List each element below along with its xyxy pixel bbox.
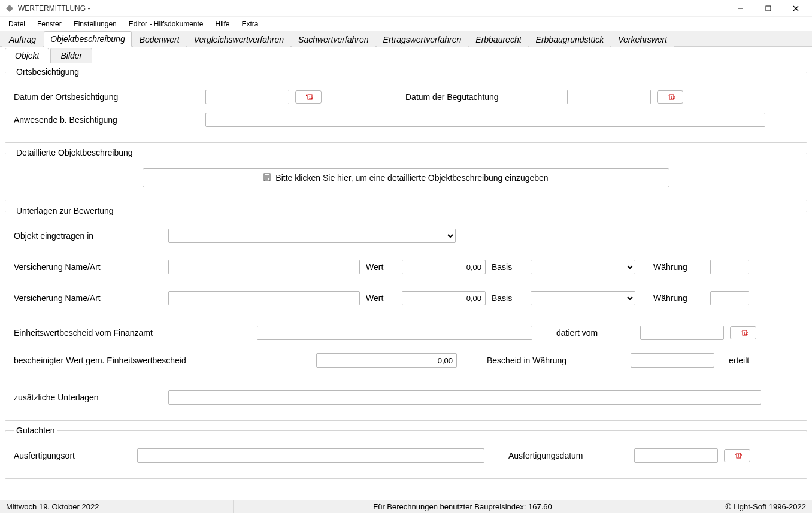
maximize-button[interactable] xyxy=(755,0,782,17)
menu-datei[interactable]: Datei xyxy=(2,18,31,30)
select-vers1-basis[interactable] xyxy=(531,260,635,274)
legend-unterlagen: Unterlagen zur Bewertung xyxy=(14,206,116,215)
tab-auftrag[interactable]: Auftrag xyxy=(2,32,43,47)
menu-einstellungen[interactable]: Einstellungen xyxy=(68,18,123,30)
status-baupreisindex: Für Berechnungen benutzter Baupreisindex… xyxy=(234,500,692,513)
button-detailbeschreibung[interactable]: Bitte klicken Sie hier, um eine detailli… xyxy=(143,168,669,187)
subtab-bilder[interactable]: Bilder xyxy=(50,48,92,63)
input-bescheinigt[interactable] xyxy=(316,353,457,368)
close-button[interactable] xyxy=(782,0,810,17)
tab-bodenwert[interactable]: Bodenwert xyxy=(133,32,186,47)
menu-hilfe[interactable]: Hilfe xyxy=(209,18,235,30)
input-vers2-wert[interactable] xyxy=(402,291,486,305)
label-bescheinigt: bescheinigter Wert gem. Einheitswertbesc… xyxy=(14,356,310,365)
input-ausfertigungsort[interactable] xyxy=(137,448,484,463)
status-copyright: © Light-Soft 1996-2022 xyxy=(692,500,812,513)
input-datum-begutachtung[interactable] xyxy=(567,90,651,104)
menu-extra[interactable]: Extra xyxy=(236,18,265,30)
label-einheitswert: Einheitswertbescheid vom Finanzamt xyxy=(14,328,251,338)
main-tabs: Auftrag Objektbeschreibung Bodenwert Ver… xyxy=(0,31,812,47)
sub-tabs: Objekt Bilder xyxy=(0,47,812,63)
select-vers2-basis[interactable] xyxy=(531,291,635,305)
input-datiert[interactable] xyxy=(640,326,724,340)
input-anwesende[interactable] xyxy=(205,113,765,127)
label-datum-ortsbesichtigung: Datum der Ortsbesichtigung xyxy=(14,92,199,102)
svg-text:12: 12 xyxy=(738,454,743,458)
label-bescheid-waehrung: Bescheid in Währung xyxy=(487,356,625,365)
svg-text:12: 12 xyxy=(671,95,675,99)
statusbar: Mittwoch 19. Oktober 2022 Für Berechnung… xyxy=(0,500,812,513)
group-gutachten: Gutachten Ausfertigungsort Ausfertigungs… xyxy=(5,426,807,479)
calendar-button-datiert[interactable]: 12 xyxy=(730,326,756,339)
group-unterlagen: Unterlagen zur Bewertung Objekt eingetra… xyxy=(5,206,807,421)
titlebar: WERTERMITTLUNG - xyxy=(0,0,812,17)
svg-rect-9 xyxy=(264,174,270,181)
svg-rect-2 xyxy=(766,6,771,11)
label-vers2: Versicherung Name/Art xyxy=(14,293,162,303)
label-datum-begutachtung: Datum der Begutachtung xyxy=(405,92,561,102)
label-vers2-basis: Basis xyxy=(492,293,525,303)
window-title: WERTERMITTLUNG - xyxy=(18,4,90,13)
svg-text:12: 12 xyxy=(744,331,749,335)
label-vers2-wert: Wert xyxy=(366,293,396,303)
calendar-button-begut[interactable]: 12 xyxy=(657,90,683,104)
input-einheitswert[interactable] xyxy=(257,326,532,340)
label-anwesende: Anwesende b. Besichtigung xyxy=(14,115,199,125)
status-date: Mittwoch 19. Oktober 2022 xyxy=(0,500,234,513)
svg-marker-0 xyxy=(6,5,13,12)
group-ortsbesichtigung: Ortsbesichtigung Datum der Ortsbesichtig… xyxy=(5,67,807,143)
tab-verkehrswert[interactable]: Verkehrswert xyxy=(611,32,674,47)
menu-fenster[interactable]: Fenster xyxy=(31,18,68,30)
content-area: Ortsbesichtigung Datum der Ortsbesichtig… xyxy=(0,63,812,500)
input-vers1-waehrung[interactable] xyxy=(710,260,749,274)
input-vers2-waehrung[interactable] xyxy=(710,291,749,305)
label-objekt-eingetragen: Objekt eingetragen in xyxy=(14,231,162,241)
label-zusatz: zusätzliche Unterlagen xyxy=(14,393,162,402)
document-icon xyxy=(263,173,271,183)
select-objekt-eingetragen[interactable] xyxy=(168,229,456,243)
svg-text:12: 12 xyxy=(309,95,314,99)
menu-editor[interactable]: Editor - Hilfsdokumente xyxy=(123,18,210,30)
input-vers1-wert[interactable] xyxy=(402,260,486,274)
input-vers1-name[interactable] xyxy=(168,260,360,274)
input-datum-ortsbesichtigung[interactable] xyxy=(205,90,289,104)
label-vers1-wert: Wert xyxy=(366,262,396,272)
legend-ortsbesichtigung: Ortsbesichtigung xyxy=(14,67,81,77)
input-zusatz[interactable] xyxy=(168,390,761,405)
label-vers1-waehrung: Währung xyxy=(653,262,704,272)
label-ausfertigungsdatum: Ausfertigungsdatum xyxy=(508,451,628,460)
group-detailbeschreibung: Detaillierte Objektbeschreibung Bitte kl… xyxy=(5,148,807,201)
legend-detailbeschreibung: Detaillierte Objektbeschreibung xyxy=(14,148,135,157)
input-ausfertigungsdatum[interactable] xyxy=(634,448,718,463)
calendar-button-ausfertigung[interactable]: 12 xyxy=(724,449,750,462)
label-vers1: Versicherung Name/Art xyxy=(14,262,162,272)
tab-vergleichswert[interactable]: Vergleichswertverfahren xyxy=(187,32,290,47)
input-vers2-name[interactable] xyxy=(168,291,360,305)
tab-objektbeschreibung[interactable]: Objektbeschreibung xyxy=(44,31,132,47)
button-detailbeschreibung-label: Bitte klicken Sie hier, um eine detailli… xyxy=(275,173,548,183)
minimize-button[interactable] xyxy=(727,0,755,17)
tab-erbbaurecht[interactable]: Erbbaurecht xyxy=(469,32,528,47)
label-erteilt: erteilt xyxy=(729,356,749,365)
legend-gutachten: Gutachten xyxy=(14,426,57,435)
tab-sachwert[interactable]: Sachwertverfahren xyxy=(292,32,375,47)
app-icon xyxy=(5,4,14,13)
label-vers2-waehrung: Währung xyxy=(653,293,704,303)
subtab-objekt[interactable]: Objekt xyxy=(5,48,49,63)
input-bescheid-waehrung[interactable] xyxy=(631,353,714,368)
calendar-button-orts[interactable]: 12 xyxy=(295,90,322,104)
label-datiert: datiert vom xyxy=(556,328,634,338)
label-ausfertigungsort: Ausfertigungsort xyxy=(14,451,131,460)
label-vers1-basis: Basis xyxy=(492,262,525,272)
tab-erbbaugrundstueck[interactable]: Erbbaugrundstück xyxy=(529,32,611,47)
menubar: Datei Fenster Einstellungen Editor - Hil… xyxy=(0,17,812,31)
tab-ertragswert[interactable]: Ertragswertverfahren xyxy=(377,32,468,47)
